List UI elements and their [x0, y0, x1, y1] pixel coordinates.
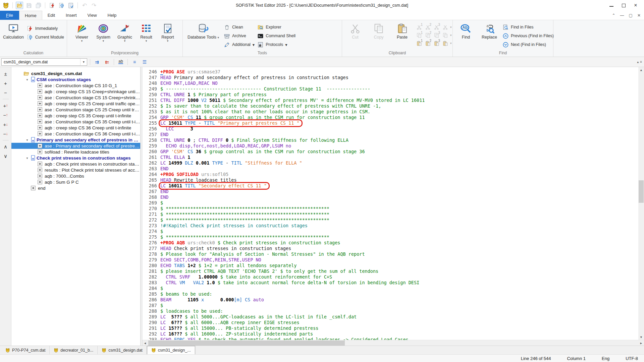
menu-tab-edit[interactable]: Edit [42, 11, 60, 20]
tree-item[interactable]: ase : Primary and secondary effect of pr… [11, 143, 140, 149]
open-file-button[interactable] [16, 2, 23, 9]
tree-item[interactable]: aqb : 7000...Combs [11, 173, 140, 179]
plus-box-icon[interactable] [38, 162, 42, 166]
undo-button[interactable]: ↶ [81, 2, 88, 9]
insert-above-icon[interactable]: +↑ [2, 102, 10, 110]
plus-box-icon[interactable] [38, 143, 42, 148]
insert-below-icon[interactable]: +↓ [2, 120, 10, 128]
code-area[interactable]: 246+PROG ASE urs:csmase37247HEAD Primary… [142, 67, 638, 340]
expand-all-icon[interactable]: + [2, 79, 10, 87]
viewer-button[interactable]: Viewer▾ [71, 22, 92, 43]
cut-slot-3-icon[interactable]: 3 [433, 23, 440, 31]
plus-box-icon[interactable] [38, 174, 42, 178]
code-line-285[interactable]: 285$ beams to be used: [145, 291, 638, 297]
database-tools-button[interactable]: Database Tools ▾ [185, 22, 221, 40]
paste-button[interactable]: Paste [392, 22, 413, 40]
tree-item[interactable]: aqb : Check print stresses in constructi… [11, 161, 140, 167]
code-line-274[interactable]: 274$ [145, 229, 638, 234]
plus-box-icon[interactable] [38, 89, 42, 94]
tree-item[interactable]: aqb : creep step CS 15 Creep+shrinkage u… [11, 88, 140, 95]
code-line-270[interactable]: 270$ ***********************************… [145, 206, 638, 212]
plus-box-icon[interactable] [31, 186, 36, 190]
report-button[interactable]: Report▾ [157, 22, 178, 43]
code-line-281[interactable]: 281$ please insert CTRL AQB TEXT 'ECHO T… [145, 268, 638, 274]
editor-menu-icon[interactable]: ≡ [640, 60, 642, 64]
plus-box-icon[interactable] [38, 113, 42, 118]
code-line-293[interactable]: 293ECHO FORC YES $ to check the automati… [145, 337, 638, 340]
tree-item[interactable]: ase : Construction stage CS 10 G_1 [11, 82, 140, 88]
protocols-button[interactable]: s Protocols ▾ [257, 40, 296, 49]
tree-item[interactable]: aqb : creep step CS 25 Creep until traff… [11, 101, 140, 107]
tree-item[interactable]: end [11, 185, 140, 191]
code-line-291[interactable]: 291LC 15??? $ all 15000... PB-statically… [145, 325, 638, 331]
code-line-252[interactable]: 252$ Is saver than to calculate the seco… [145, 103, 638, 109]
clean-button[interactable]: Clean [224, 23, 255, 32]
checklist-button[interactable] [67, 2, 74, 9]
code-line-287[interactable]: 287$ [145, 303, 638, 308]
tree-item[interactable]: ase : Construction stage CS 36 Creep unt… [11, 131, 140, 137]
code-line-271[interactable]: 271$ ***********************************… [145, 212, 638, 217]
plus-box-icon[interactable] [38, 149, 42, 154]
tree-item[interactable]: ase : Construction stage CS 25 Creep unt… [11, 107, 140, 113]
outline-list-icon[interactable]: ≡ [130, 58, 139, 66]
plus-box-icon[interactable] [38, 119, 42, 124]
system-button[interactable]: System▾ [93, 22, 114, 43]
tree-item[interactable]: aqb : Sum G P C [11, 179, 140, 185]
code-line-286[interactable]: 286BEAM 1105 x 0.000[m] CS auto [145, 297, 638, 303]
remove-section-icon[interactable]: ⇇ [103, 58, 111, 66]
cut-slot-generic-icon[interactable] [441, 23, 449, 31]
code-line-275[interactable]: 275$ ***********************************… [145, 234, 638, 240]
save-button[interactable] [25, 2, 33, 9]
code-line-266[interactable]: 266LC 16011 TITL "Secondary effect CS 11… [145, 183, 638, 189]
plus-box-icon[interactable] [38, 101, 42, 106]
find-previous-button[interactable]: Previous (Find in Files) [502, 32, 554, 40]
editor-split-up-icon[interactable]: ▴ [637, 60, 639, 64]
next-task-icon[interactable]: ∨ [2, 152, 10, 160]
plus-box-icon[interactable] [38, 131, 42, 136]
redo-button[interactable]: ↷ [90, 2, 98, 9]
tree-item[interactable]: ase : Construction stage CS 35 Creep unt… [11, 119, 140, 125]
calculate-wps-button[interactable] [48, 2, 56, 9]
code-line-251[interactable]: 251CTRL DIFF 1000 V2 5011 $ Secondary ef… [145, 98, 638, 103]
code-line-283[interactable]: 283 CTRL VM VAL2 1.0 $ take into account… [145, 280, 638, 286]
copy-slot-1-icon[interactable]: 1 [415, 32, 423, 39]
code-line-288[interactable]: 288$ loadcases to be used: [145, 308, 638, 314]
current-module-button[interactable]: Current Module [27, 33, 64, 42]
code-line-249[interactable]: 249$ -----------------------------------… [145, 86, 638, 92]
paste-slot-2-icon[interactable]: 2 [424, 40, 431, 47]
tree-item[interactable]: ▾Primary and secondary effect of prestre… [11, 137, 140, 143]
code-line-277[interactable]: 277HEAD Check print stresses in construc… [145, 246, 638, 251]
insert-section-icon[interactable]: ⇉ [93, 58, 101, 66]
code-line-261[interactable]: 261CTRL ELLA 1 [145, 155, 638, 160]
code-line-257[interactable]: 257END [145, 132, 638, 137]
copy-slot-generic-icon[interactable] [441, 32, 449, 39]
close-button[interactable]: × [633, 3, 638, 8]
find-in-files-button[interactable]: Find in Files [502, 23, 554, 32]
copy-slot-2-icon[interactable]: 2 [424, 32, 431, 39]
plus-box-icon[interactable] [38, 107, 42, 112]
paste-slot-1-icon[interactable]: 1 [415, 40, 423, 47]
scroll-down-icon[interactable]: ▼ [638, 334, 644, 340]
archive-button[interactable]: Archive [224, 32, 255, 40]
code-line-253[interactable]: 253$ as it is not 100% clear that no oth… [145, 109, 638, 115]
code-line-289[interactable]: 289LC 5??? $ all 5000...GPC-loadcases as… [145, 314, 638, 320]
cut-slot-2-icon[interactable]: 2 [424, 23, 431, 31]
scroll-left-icon[interactable]: ◄ [142, 340, 148, 346]
document-tab-1[interactable]: P70-P74_csm.dat [1, 346, 50, 354]
vertical-scrollbar[interactable]: ▲ ▼ [638, 67, 644, 340]
code-line-292[interactable]: 292LC 16??? $ all 16000... ZP-statically… [145, 331, 638, 337]
minimize-button[interactable] [609, 3, 614, 8]
plus-box-icon[interactable] [38, 168, 42, 172]
additional-button[interactable]: Additional ▾ [224, 40, 255, 49]
tree-item[interactable]: aqb : creep step CS 35 Creep until t-inf… [11, 113, 140, 119]
document-tab-3[interactable]: csm31_design.dat [98, 346, 147, 354]
code-line-279[interactable]: 279ECHO SECT,COMB,FORC,REIN,STRE,USEP NO [145, 257, 638, 263]
code-line-290[interactable]: 290LC 6??? $ all 6000...AQB creep inner … [145, 320, 638, 325]
code-line-258[interactable]: 258CTRL UNRE 0 ; CTRL DIFF 0 $ Final Sys… [145, 137, 638, 143]
menu-tab-insert[interactable]: Insert [60, 11, 82, 20]
code-line-255[interactable]: 255LC 15011 TYPE - TITL "Primary part pr… [145, 120, 638, 126]
tree-item[interactable]: aqb : creep step CS 36 Creep until t-inf… [11, 125, 140, 131]
menu-tab-file[interactable]: File [0, 11, 19, 20]
code-line-284[interactable]: 284$ [145, 286, 638, 291]
copy-button[interactable]: Copy [368, 22, 389, 40]
